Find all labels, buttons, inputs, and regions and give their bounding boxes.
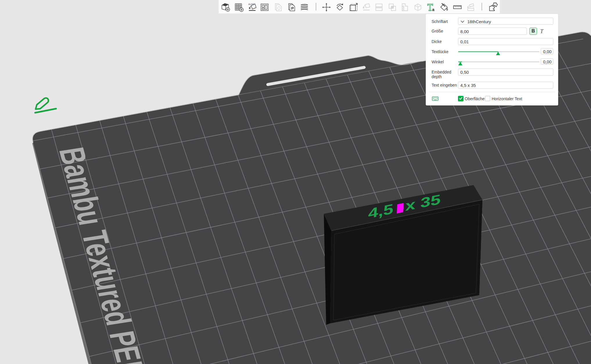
svg-text:AUTO: AUTO	[248, 3, 254, 6]
svg-text:a: a	[432, 7, 434, 12]
svg-text:P: P	[291, 6, 294, 10]
